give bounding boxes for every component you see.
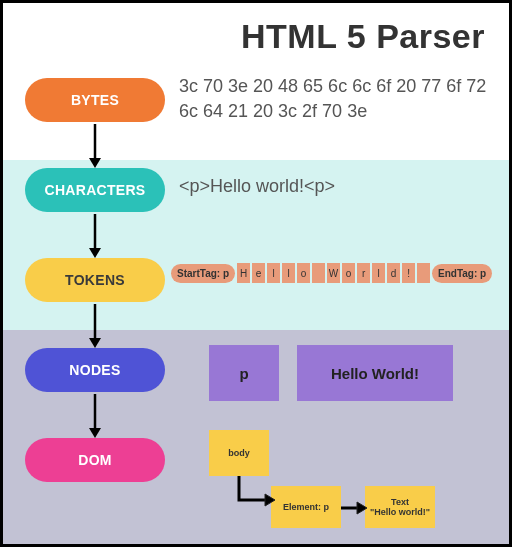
bytes-hex: 3c 70 3e 20 48 65 6c 6c 6f 20 77 6f 72 6… xyxy=(179,74,501,124)
arrow-icon xyxy=(25,212,165,258)
dom-tree: body Element: p Text "Hello world!" xyxy=(209,430,509,545)
token-stream: StartTag: p H e l l o W o r l d ! EndTag… xyxy=(171,263,492,283)
stage-tokens: TOKENS xyxy=(25,258,165,302)
stage-dom: DOM xyxy=(25,438,165,482)
svg-marker-10 xyxy=(357,502,367,514)
token-char: H xyxy=(237,263,250,283)
svg-marker-1 xyxy=(89,158,101,168)
arrow-icon xyxy=(237,476,277,512)
token-end-tag: EndTag: p xyxy=(432,264,492,283)
token-char: d xyxy=(387,263,400,283)
token-char: e xyxy=(252,263,265,283)
token-char: o xyxy=(297,263,310,283)
stage-characters: CHARACTERS xyxy=(25,168,165,212)
token-char: ! xyxy=(402,263,415,283)
arrow-icon xyxy=(25,302,165,348)
token-char: l xyxy=(372,263,385,283)
token-char: l xyxy=(267,263,280,283)
token-char: l xyxy=(282,263,295,283)
node-element: p xyxy=(209,345,279,401)
node-text: Hello World! xyxy=(297,345,453,401)
svg-marker-8 xyxy=(265,494,275,506)
diagram-title: HTML 5 Parser xyxy=(3,3,509,60)
arrow-icon xyxy=(25,122,165,168)
token-char: r xyxy=(357,263,370,283)
stage-nodes: NODES xyxy=(25,348,165,392)
svg-marker-7 xyxy=(89,428,101,438)
dom-text-label: Text xyxy=(391,497,409,507)
nodes-row: p Hello World! xyxy=(209,345,453,401)
stage-column: BYTES CHARACTERS TOKENS NODES DOM xyxy=(25,78,165,482)
dom-text-node: Text "Hello world!" xyxy=(365,486,435,528)
token-char xyxy=(417,263,430,283)
svg-marker-5 xyxy=(89,338,101,348)
diagram-body: BYTES CHARACTERS TOKENS NODES DOM 3c 70 … xyxy=(3,60,509,542)
token-start-tag: StartTag: p xyxy=(171,264,235,283)
token-char: o xyxy=(342,263,355,283)
dom-element-node: Element: p xyxy=(271,486,341,528)
dom-text-value: "Hello world!" xyxy=(370,507,430,517)
svg-marker-3 xyxy=(89,248,101,258)
characters-string: <p>Hello world!<p> xyxy=(179,176,335,197)
arrow-icon xyxy=(25,392,165,438)
dom-body-node: body xyxy=(209,430,269,476)
token-char xyxy=(312,263,325,283)
arrow-icon xyxy=(341,500,369,516)
token-char: W xyxy=(327,263,340,283)
stage-bytes: BYTES xyxy=(25,78,165,122)
